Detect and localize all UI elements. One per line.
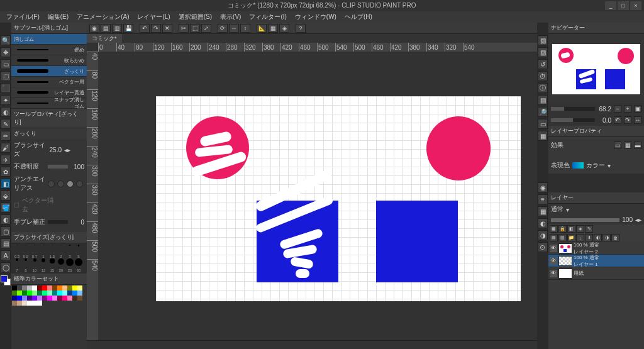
close-button[interactable]: ×: [630, 1, 641, 10]
brush-size-cell[interactable]: 5: [74, 245, 83, 258]
layer-item[interactable]: 👁 100 % 通常 レイヤー 1: [548, 255, 644, 267]
tool-selection-icon[interactable]: ⬛: [1, 83, 11, 93]
color-swatch[interactable]: [77, 285, 82, 291]
new-raster-icon[interactable]: ▤: [550, 234, 558, 241]
canvas-viewport[interactable]: 0408012016020024028032038042046050054050…: [87, 43, 537, 340]
toolbar-scale-icon[interactable]: ⤢: [201, 24, 211, 33]
apply-mask-icon[interactable]: ◑: [602, 234, 611, 241]
color-swatch[interactable]: [32, 285, 37, 291]
color-swatch[interactable]: [47, 291, 52, 296]
autosave-icon[interactable]: ⏱: [538, 71, 548, 81]
color-swatch[interactable]: [77, 291, 82, 296]
zoom-out-icon[interactable]: −: [614, 105, 621, 113]
visibility-icon[interactable]: 👁: [550, 245, 557, 252]
opacity-slider[interactable]: [48, 165, 68, 169]
animation-cel-icon[interactable]: ▦: [538, 131, 548, 141]
layer-panel-tab[interactable]: レイヤー: [548, 192, 644, 204]
delete-layer-icon[interactable]: 🗑: [611, 234, 619, 241]
rotate-left-icon[interactable]: ↶: [614, 116, 621, 124]
color-swatch[interactable]: [37, 296, 42, 301]
reference-layer-icon[interactable]: ◈: [576, 225, 584, 233]
color-swatch[interactable]: [42, 296, 47, 301]
antialias-option-icon[interactable]: [57, 180, 64, 187]
visibility-icon[interactable]: 👁: [550, 270, 557, 277]
layer-opacity-slider[interactable]: [551, 218, 619, 222]
menu-window[interactable]: ウィンドウ(W): [291, 11, 340, 23]
history-icon[interactable]: ↺: [538, 59, 548, 69]
navigator-rotate-slider[interactable]: [551, 118, 595, 122]
color-swatch[interactable]: [32, 296, 37, 301]
color-swatch[interactable]: [27, 301, 32, 306]
stabilization-slider[interactable]: [48, 220, 68, 224]
toolbar-flip-v-icon[interactable]: ↕: [240, 24, 250, 33]
tool-text-icon[interactable]: A: [1, 250, 11, 260]
color-swatch[interactable]: [22, 285, 27, 291]
toolbar-support-icon[interactable]: ?: [296, 24, 306, 33]
tool-brush-icon[interactable]: 🖌: [1, 143, 11, 153]
menu-file[interactable]: ファイル(F): [3, 11, 43, 23]
subtool-item[interactable]: ベクター用: [11, 77, 87, 87]
create-mask-icon[interactable]: ◐: [594, 234, 602, 241]
toolbar-redo-icon[interactable]: ↷: [151, 24, 161, 33]
item-bank-icon[interactable]: ▤: [538, 95, 548, 105]
toolbar-new-icon[interactable]: ▤: [101, 24, 111, 33]
brush-size-cell[interactable]: 0.3: [13, 245, 21, 258]
tool-airbrush-icon[interactable]: ✈: [1, 155, 11, 165]
toolbar-open-icon[interactable]: ▥: [112, 24, 122, 33]
color-swatch[interactable]: [17, 296, 22, 301]
canvas[interactable]: [156, 96, 521, 301]
rotate-right-icon[interactable]: ↷: [624, 116, 631, 124]
antialias-option-icon[interactable]: [76, 180, 83, 187]
navigator-rotate-value[interactable]: 0.0: [597, 117, 611, 124]
color-swatch[interactable]: [12, 291, 17, 296]
document-tab[interactable]: コミック*: [87, 34, 122, 43]
new-folder-icon[interactable]: 📁: [567, 234, 575, 241]
tool-frame-icon[interactable]: ▤: [1, 238, 11, 248]
brush-size-cell[interactable]: 0.5: [21, 245, 30, 258]
color-swatch[interactable]: [12, 296, 17, 301]
expression-color-dropdown[interactable]: カラー: [586, 161, 605, 170]
toolbar-select-icon[interactable]: ⬚: [190, 24, 200, 33]
brush-size-cell[interactable]: 2: [57, 245, 65, 258]
tool-fill-icon[interactable]: 🪣: [1, 202, 11, 213]
transfer-down-icon[interactable]: ↓: [576, 234, 584, 241]
brush-size-cell[interactable]: 25: [65, 258, 74, 272]
toolbar-grid-icon[interactable]: ▦: [268, 24, 278, 33]
color-set-icon[interactable]: ▦: [538, 206, 548, 216]
color-swatch[interactable]: [32, 291, 37, 296]
opacity-spinner-icon[interactable]: ◂▸: [635, 216, 641, 223]
subtool-item[interactable]: 硬め: [11, 45, 87, 55]
minimize-button[interactable]: _: [605, 1, 616, 10]
navigator-tab[interactable]: ナビゲーター: [548, 23, 644, 34]
color-swatch[interactable]: [42, 291, 47, 296]
color-swatch[interactable]: [57, 285, 62, 291]
color-swatch[interactable]: [17, 291, 22, 296]
approx-color-icon[interactable]: ◑: [538, 230, 548, 240]
effect-layer-color-icon[interactable]: ▬: [634, 141, 641, 149]
tool-operation-icon[interactable]: ▭: [1, 59, 11, 69]
color-swatch[interactable]: [67, 291, 72, 296]
layer-item[interactable]: 👁 用紙: [548, 267, 644, 280]
color-swatch[interactable]: [57, 291, 62, 296]
material-icon[interactable]: ▨: [538, 47, 548, 57]
color-swatch[interactable]: [47, 285, 52, 291]
color-swatch[interactable]: [37, 285, 42, 291]
effect-tone-icon[interactable]: ▦: [624, 141, 631, 149]
tool-wand-icon[interactable]: ✦: [1, 95, 11, 105]
color-swatch[interactable]: [12, 301, 17, 306]
color-indicator[interactable]: [1, 275, 11, 285]
subtool-item[interactable]: ざっくり: [11, 66, 87, 77]
brush-size-cell[interactable]: 1.5: [48, 245, 57, 258]
tool-eyedropper-icon[interactable]: ◐: [1, 107, 11, 117]
color-slider-icon[interactable]: ≡: [538, 194, 548, 204]
color-swatch[interactable]: [77, 296, 82, 301]
draft-layer-icon[interactable]: ✎: [585, 225, 593, 233]
chevron-down-icon[interactable]: ▾: [566, 206, 569, 213]
brush-size-tab[interactable]: ブラシサイズ[ざっくり]: [11, 232, 87, 243]
menu-filter[interactable]: フィルター(I): [245, 11, 290, 23]
color-swatch[interactable]: [32, 301, 37, 306]
clip-mask-icon[interactable]: ◧: [567, 225, 575, 233]
brush-size-cell[interactable]: 15: [48, 258, 57, 272]
subtool-tab[interactable]: サブツール[消しゴム]: [11, 23, 87, 34]
tool-blend-icon[interactable]: ⬙: [1, 191, 11, 201]
